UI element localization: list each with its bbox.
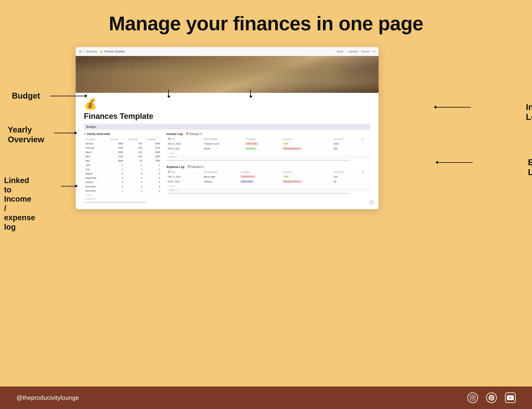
page-icon: 💰 (84, 98, 370, 110)
income-add-new[interactable]: + New (167, 151, 370, 155)
row-expenses: 570 (125, 141, 144, 146)
row-month: December (84, 189, 107, 193)
expense-log-table: 📅 Date Aa Description ◎ Category ◎ Accou… (167, 170, 370, 184)
expense-filter-label: February (191, 166, 201, 168)
row-month: November (84, 185, 107, 189)
youtube-icon[interactable] (505, 392, 516, 403)
income-log-filter[interactable]: 📅 February ∨ (184, 132, 203, 136)
more-button[interactable]: ••• (373, 50, 375, 53)
income-row-category: Side Hustle (244, 141, 281, 146)
expense-calendar-icon: 📅 (188, 166, 190, 168)
income-row-account: Savings Account 1 (281, 146, 332, 151)
row-income: 0 (107, 176, 125, 180)
annotation-budget-arrow (50, 94, 87, 98)
notion-topbar: ☰ © Templates / 🔒 Finances Template Shar… (76, 47, 379, 56)
yearly-overview-row[interactable]: October 0 0 0 (84, 180, 162, 185)
income-row-date: Feb 9, 2021 (167, 146, 203, 151)
updates-button[interactable]: ✓ Updates (346, 50, 358, 53)
expense-add-new[interactable]: + New (167, 184, 370, 188)
yearly-overview-row[interactable]: May 8000 50 7950 (84, 159, 162, 163)
yearly-overview-row[interactable]: April 4100 150 3950 (84, 154, 162, 159)
annotation-expense-log-arrow (436, 161, 473, 164)
income-count: COUNT 2 (167, 155, 370, 159)
expense-th-date: 📅 Date (167, 170, 203, 174)
row-income: 0 (107, 172, 125, 176)
notion-cover: $100 $100 (76, 56, 379, 93)
income-log-label: Income Log (167, 132, 183, 136)
two-column-layout: $ Yearly Overview ## Month ↑ Income (84, 132, 370, 203)
expense-log-row[interactable]: Feb 9, 2021 Software Daily Living Saving… (167, 179, 370, 184)
yearly-overview-table: ## Month ↑ Income ↑ Expenses Σ Savings (84, 137, 162, 193)
row-expenses: 0 (125, 167, 144, 172)
row-month: May (84, 159, 107, 163)
account-badge: Savings Account 1 (282, 147, 302, 150)
breadcrumb-templates[interactable]: Templates (86, 50, 97, 53)
row-month: February (84, 146, 107, 150)
th-expenses-icon: ↑ (126, 138, 127, 140)
income-th-category: ◎ Category (244, 137, 281, 141)
help-button[interactable]: ? (369, 199, 374, 205)
instagram-icon[interactable] (467, 392, 478, 403)
expense-row-category: Daily Living (238, 179, 281, 184)
favorite-button[interactable]: Favorite (361, 50, 370, 53)
annotation-linked-arrow (61, 185, 78, 188)
row-expenses: 0 (125, 189, 144, 193)
row-savings: 0 (144, 163, 162, 167)
expense-row-description: Software (203, 179, 238, 184)
svg-point-2 (474, 396, 474, 397)
income-row-amount: 500 (332, 146, 361, 151)
portrait-hint (309, 58, 346, 91)
row-month: April (84, 154, 107, 159)
share-button[interactable]: Share (337, 50, 343, 53)
topbar-right: Share ✓ Updates Favorite ••• (337, 50, 375, 53)
page-main-title: Manage your finances in one page (0, 0, 532, 43)
yearly-overview-row[interactable]: August 0 0 0 (84, 172, 162, 176)
row-month: June (84, 163, 107, 167)
income-filter-label: February (190, 133, 199, 135)
budget-section-header[interactable]: Budget (84, 124, 370, 130)
yearly-overview-row[interactable]: February 2500 290 2210 (84, 146, 162, 150)
income-th-account: ◎ Account (281, 137, 332, 141)
menu-icon[interactable]: ☰ (79, 50, 82, 53)
income-filter-chevron: ∨ (200, 132, 202, 135)
income-th-description: Aa Description (203, 137, 244, 141)
category-badge: Dividends (245, 147, 257, 150)
expense-count: COUNT 2 (167, 188, 370, 192)
yearly-overview-row[interactable]: June 0 0 0 (84, 163, 162, 167)
row-savings: 2880 (144, 150, 162, 154)
expense-log-filter[interactable]: 📅 February ∨ (186, 165, 205, 168)
yearly-overview-row[interactable]: January 3600 570 3030 (84, 141, 162, 146)
row-income: 2500 (107, 146, 125, 150)
row-expenses: 0 (125, 185, 144, 189)
yearly-overview-row[interactable]: November 0 0 0 (84, 185, 162, 189)
expense-log-row[interactable]: Feb 11, 2021 Movie night Entertainment C… (167, 174, 370, 179)
category-badge: Entertainment (240, 175, 256, 178)
pinterest-icon[interactable] (486, 392, 497, 403)
row-savings: 0 (144, 172, 162, 176)
expense-log-header-row: 📅 Date Aa Description ◎ Category ◎ Accou… (167, 170, 370, 174)
income-log-row[interactable]: Feb 9, 2021 Nestle Dividends Savings Acc… (167, 146, 370, 151)
yearly-scrollbar[interactable] (84, 202, 146, 203)
income-scrollbar[interactable] (167, 160, 350, 161)
expense-scrollbar[interactable] (167, 193, 350, 194)
yearly-overview-row[interactable]: September 0 0 0 (84, 176, 162, 180)
income-row-date: Feb 11, 2021 (167, 141, 203, 146)
income-row-settings (361, 146, 370, 151)
yearly-overview-row[interactable]: December 0 0 0 (84, 189, 162, 193)
category-badge: Daily Living (240, 180, 254, 183)
yearly-overview-row[interactable]: March 3000 120 2880 (84, 150, 162, 154)
income-log-row[interactable]: Feb 11, 2021 Freelance work Side Hustle … (167, 141, 370, 146)
yearly-overview-section: $ Yearly Overview ## Month ↑ Income (84, 132, 162, 203)
logs-section: Income Log 📅 February ∨ 📅 Date (167, 132, 370, 203)
yearly-add-new[interactable]: + New (84, 193, 162, 197)
breadcrumb-lock-icon: 🔒 (100, 50, 103, 53)
row-income: 0 (107, 185, 125, 189)
expense-log-title: Expense Log 📅 February ∨ (167, 165, 370, 168)
income-log-header-row: 📅 Date Aa Description ◎ Category ◎ Accou… (167, 137, 370, 141)
row-month: August (84, 172, 107, 176)
footer-handle: @theproducivitylounge (16, 394, 79, 401)
yearly-count: COUNT 12 (84, 197, 162, 201)
yearly-overview-row[interactable]: July 0 0 0 (84, 167, 162, 172)
th-income-icon: ↑ (108, 138, 109, 140)
copyright-icon: © (83, 50, 85, 53)
